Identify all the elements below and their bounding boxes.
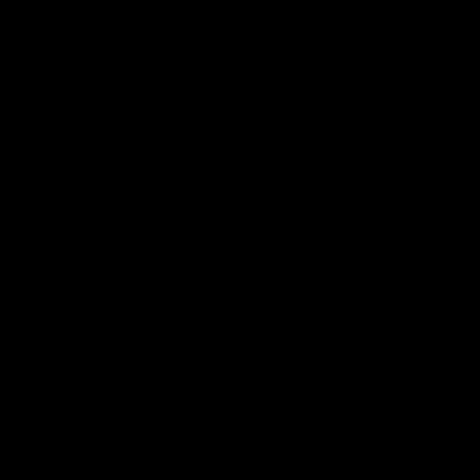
bottleneck-chart bbox=[0, 0, 476, 476]
